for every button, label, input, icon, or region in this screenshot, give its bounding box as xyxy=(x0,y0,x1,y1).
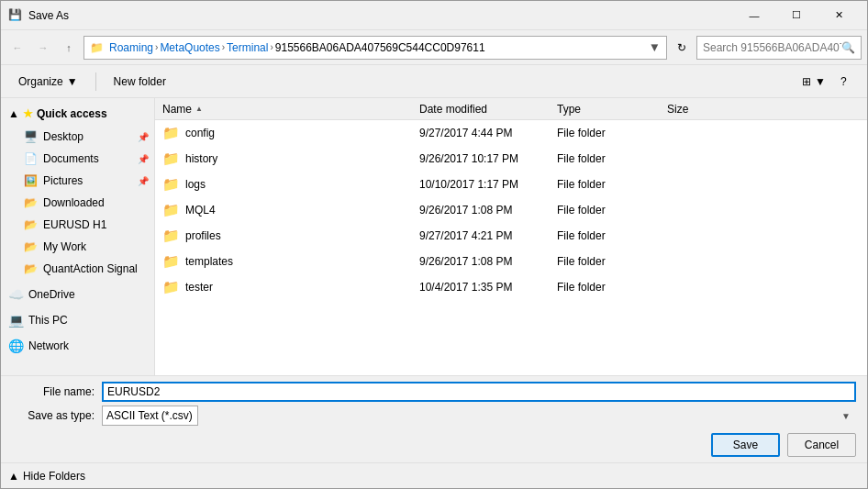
pin-documents-icon: 📌 xyxy=(138,154,149,164)
file-type: File folder xyxy=(557,204,667,217)
network-icon: 🌐 xyxy=(8,339,23,353)
sidebar-item-eurusdh1[interactable]: 📂 EURUSD H1 xyxy=(1,214,154,236)
button-row: Save Cancel xyxy=(1,429,867,462)
table-row[interactable]: 📁 history 9/26/2017 10:17 PM File folder xyxy=(155,146,867,172)
column-size-header[interactable]: Size xyxy=(667,103,740,116)
save-button[interactable]: Save xyxy=(711,433,780,457)
sidebar-pictures-label: Pictures xyxy=(43,174,83,187)
column-name-label: Name xyxy=(162,103,192,116)
sidebar-item-quantaction[interactable]: 📂 QuantAction Signal xyxy=(1,258,154,280)
file-name: tester xyxy=(185,281,213,294)
hide-folders-chevron: ▲ xyxy=(8,470,19,483)
filetype-select[interactable]: ASCII Text (*.csv) xyxy=(102,406,198,426)
pictures-icon: 🖼️ xyxy=(23,173,38,188)
filetype-row: Save as type: ASCII Text (*.csv) ▼ xyxy=(12,406,856,426)
main-content: ▲ ★ Quick access 🖥️ Desktop 📌 📄 Document… xyxy=(1,98,867,375)
sidebar-item-thispc[interactable]: 💻 This PC xyxy=(1,309,154,331)
minimize-button[interactable]: — xyxy=(733,1,775,30)
file-list: Name ▲ Date modified Type Size 📁 config … xyxy=(155,98,867,375)
hide-folders-bar[interactable]: ▲ Hide Folders xyxy=(1,462,867,488)
search-input[interactable] xyxy=(703,41,841,54)
folder-icon: 📁 xyxy=(90,41,104,54)
file-rows-container: 📁 config 9/27/2017 4:44 PM File folder 📁… xyxy=(155,120,867,300)
file-date: 9/27/2017 4:44 PM xyxy=(419,127,557,139)
breadcrumb-current: 915566BA06ADA407569C544CC0D97611 xyxy=(275,41,485,54)
file-date: 9/26/2017 10:17 PM xyxy=(419,152,557,165)
forward-button[interactable]: → xyxy=(32,37,54,59)
file-date: 9/26/2017 1:08 PM xyxy=(419,204,557,217)
filename-row: File name: xyxy=(12,382,856,402)
folder-row-icon: 📁 xyxy=(162,253,180,270)
file-type: File folder xyxy=(557,152,667,165)
filename-input[interactable] xyxy=(102,382,856,402)
filename-label: File name: xyxy=(12,385,95,398)
column-type-label: Type xyxy=(557,103,581,116)
breadcrumb-terminal[interactable]: Terminal xyxy=(227,41,268,54)
sidebar-item-desktop[interactable]: 🖥️ Desktop 📌 xyxy=(1,126,154,148)
views-button[interactable]: ⊞ ▼ xyxy=(792,70,836,94)
sidebar-network-label: Network xyxy=(28,339,69,352)
table-row[interactable]: 📁 templates 9/26/2017 1:08 PM File folde… xyxy=(155,249,867,274)
folder-row-icon: 📁 xyxy=(162,228,180,244)
hide-folders-label: Hide Folders xyxy=(23,470,85,483)
sidebar-quick-access-header[interactable]: ▲ ★ Quick access xyxy=(1,102,154,126)
table-row[interactable]: 📁 tester 10/4/2017 1:35 PM File folder xyxy=(155,274,867,300)
file-list-header: Name ▲ Date modified Type Size xyxy=(155,98,867,120)
address-bar: ← → ↑ 📁 Roaming › MetaQuotes › Terminal … xyxy=(1,30,867,65)
sidebar-item-pictures[interactable]: 🖼️ Pictures 📌 xyxy=(1,170,154,192)
sidebar-documents-label: Documents xyxy=(43,152,99,165)
pin-pictures-icon: 📌 xyxy=(138,176,149,186)
sidebar-desktop-label: Desktop xyxy=(43,130,83,143)
input-rows: File name: Save as type: ASCII Text (*.c… xyxy=(1,376,867,429)
refresh-button[interactable]: ↻ xyxy=(671,36,693,60)
file-type: File folder xyxy=(557,281,667,294)
quantaction-icon: 📂 xyxy=(23,261,38,276)
breadcrumb-metaquotes[interactable]: MetaQuotes xyxy=(160,41,219,54)
filetype-label: Save as type: xyxy=(12,409,95,422)
sidebar-downloaded-label: Downloaded xyxy=(43,196,105,209)
back-button[interactable]: ← xyxy=(6,37,28,59)
column-date-label: Date modified xyxy=(419,103,487,116)
folder-row-icon: 📁 xyxy=(162,279,180,295)
file-type: File folder xyxy=(557,255,667,268)
sidebar-item-mywork[interactable]: 📂 My Work xyxy=(1,236,154,258)
column-name-header[interactable]: Name ▲ xyxy=(162,103,419,116)
file-type: File folder xyxy=(557,229,667,242)
column-date-header[interactable]: Date modified xyxy=(419,103,557,116)
close-button[interactable]: ✕ xyxy=(818,1,860,30)
table-row[interactable]: 📁 profiles 9/27/2017 4:21 PM File folder xyxy=(155,223,867,249)
table-row[interactable]: 📁 MQL4 9/26/2017 1:08 PM File folder xyxy=(155,197,867,223)
breadcrumb-dropdown-button[interactable]: ▼ xyxy=(649,40,661,54)
cancel-button[interactable]: Cancel xyxy=(787,433,856,457)
up-button[interactable]: ↑ xyxy=(58,37,80,59)
file-name: history xyxy=(185,152,217,165)
onedrive-icon: ☁️ xyxy=(8,287,23,302)
sidebar-item-network[interactable]: 🌐 Network xyxy=(1,335,154,357)
quick-access-icon: ★ xyxy=(23,107,33,120)
sort-arrow-icon: ▲ xyxy=(195,105,203,113)
column-size-label: Size xyxy=(667,103,688,116)
sidebar-mywork-label: My Work xyxy=(43,240,86,253)
file-date: 9/26/2017 1:08 PM xyxy=(419,255,557,268)
column-type-header[interactable]: Type xyxy=(557,103,667,116)
file-type: File folder xyxy=(557,178,667,191)
help-button[interactable]: ? xyxy=(840,72,860,92)
breadcrumb-roaming[interactable]: Roaming xyxy=(109,41,153,54)
sidebar-onedrive-label: OneDrive xyxy=(28,288,75,301)
organize-button[interactable]: Organize ▼ xyxy=(8,70,88,94)
file-name: profiles xyxy=(185,229,221,242)
new-folder-button[interactable]: New folder xyxy=(104,70,176,94)
search-box: 🔍 xyxy=(696,36,862,60)
downloaded-icon: 📂 xyxy=(23,195,38,210)
table-row[interactable]: 📁 logs 10/10/2017 1:17 PM File folder xyxy=(155,172,867,197)
file-date: 10/4/2017 1:35 PM xyxy=(419,281,557,294)
file-type: File folder xyxy=(557,127,667,139)
table-row[interactable]: 📁 config 9/27/2017 4:44 PM File folder xyxy=(155,120,867,146)
pin-desktop-icon: 📌 xyxy=(138,132,149,142)
maximize-button[interactable]: ☐ xyxy=(775,1,818,30)
sidebar-item-documents[interactable]: 📄 Documents 📌 xyxy=(1,148,154,170)
quick-access-chevron: ▲ xyxy=(8,107,19,120)
sidebar-item-onedrive[interactable]: ☁️ OneDrive xyxy=(1,283,154,306)
sidebar-item-downloaded[interactable]: 📂 Downloaded xyxy=(1,192,154,214)
file-name: templates xyxy=(185,255,233,268)
